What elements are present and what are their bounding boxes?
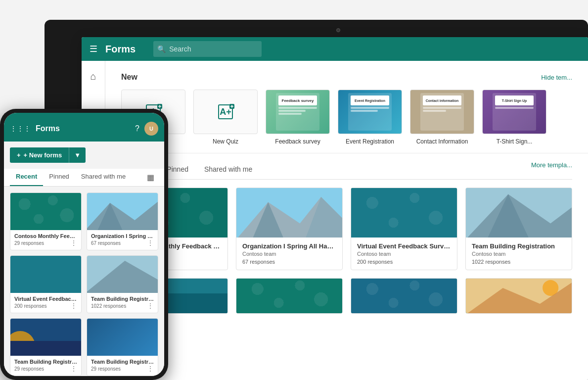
form-card-thumb-p4 [466, 279, 572, 313]
phone-new-forms-label: + New forms [24, 151, 62, 159]
new-section: New Hide tem... [105, 61, 588, 153]
phone-form-thumb-6 [87, 319, 158, 356]
event-registration-preview: Event Registration [338, 90, 402, 134]
phone-form-responses-6: 29 responses ⋮ [91, 365, 154, 373]
search-wrapper: 🔍 [153, 41, 351, 57]
new-section-header: New Hide tem... [121, 73, 572, 82]
hide-templates-button[interactable]: Hide tem... [541, 74, 572, 81]
sidebar-home-icon[interactable]: ⌂ [86, 67, 100, 86]
phone-tabs: Recent Pinned Shared with me ▦ [4, 169, 164, 187]
form-card-thumb-p3 [351, 279, 457, 313]
phone-form-more-2[interactable]: ⋮ [147, 239, 154, 247]
phone-grid-dots-icon[interactable]: ⋮⋮⋮ [10, 125, 31, 133]
phone-form-responses-3: 200 responses ⋮ [14, 302, 77, 310]
phone-help-icon[interactable]: ? [135, 124, 139, 133]
phone-form-card-6[interactable]: Team Building Registration 29 responses … [87, 318, 158, 376]
phone-form-thumb-4 [87, 256, 158, 293]
form-card-team-building[interactable]: Team Building Registration Contoso team … [465, 188, 572, 270]
new-quiz-template[interactable]: A+ New Quiz [193, 90, 258, 145]
phone-form-thumb-2 [87, 193, 158, 230]
form-card-virtual-event[interactable]: Virtual Event Feedback Survey 2020 Conto… [351, 188, 457, 270]
phone-form-more-1[interactable]: ⋮ [70, 239, 77, 247]
phone-app-title: Forms [36, 124, 130, 133]
phone-form-responses-2: 67 responses ⋮ [91, 239, 154, 247]
phone-form-card-3[interactable]: Virtual Event Feedback sur... 200 respon… [10, 255, 82, 313]
form-card-info-3: Virtual Event Feedback Survey 2020 Conto… [351, 238, 457, 270]
phone-form-info-5: Team Building Registration 29 responses … [10, 356, 81, 376]
tshirt-template[interactable]: T-Shirt Sign Up T-Shirt Sign... [482, 90, 546, 145]
phone-form-title-5: Team Building Registration [14, 359, 77, 365]
form-card-title-3: Virtual Event Feedback Survey 2020 [357, 242, 451, 250]
desktop-header: ☰ Forms 🔍 [82, 37, 588, 61]
forms-grid: Contoso Monthly Feedback Survey Contoso … [121, 188, 572, 270]
phone-form-title-3: Virtual Event Feedback sur... [14, 296, 77, 302]
event-registration-template[interactable]: Event Registration Event Registration [338, 90, 402, 145]
phone-form-info-2: Organization I Spring All... 67 response… [87, 230, 158, 250]
forms-tabs: Recent Pinned Shared with me More templa… [121, 161, 572, 180]
phone-form-info-3: Virtual Event Feedback sur... 200 respon… [10, 293, 81, 313]
phone-form-card-2[interactable]: Organization I Spring All... 67 response… [87, 192, 158, 250]
phone-screen: ⋮⋮⋮ Forms ? U + + New forms ▼ Recent Pin… [4, 113, 164, 376]
more-templates-link[interactable]: More templa... [531, 161, 572, 179]
phone-header: ⋮⋮⋮ Forms ? U [4, 116, 164, 142]
new-quiz-label: New Quiz [213, 138, 238, 145]
form-card-team-4: Contoso team [472, 251, 566, 257]
phone-body: + + New forms ▼ Recent Pinned Shared wit… [4, 142, 164, 376]
phone-tab-recent[interactable]: Recent [10, 169, 43, 186]
mobile-phone: ⋮⋮⋮ Forms ? U + + New forms ▼ Recent Pin… [0, 109, 168, 380]
form-card-org-spring[interactable]: Organization I Spring All Hands Feedback… [236, 188, 343, 270]
phone-form-thumb-1 [10, 193, 81, 230]
contact-info-preview: Contact information [410, 90, 474, 134]
phone-grid-view-icon[interactable]: ▦ [143, 169, 158, 186]
hamburger-icon[interactable]: ☰ [90, 44, 97, 54]
feedback-survey-label: Feedback survey [275, 138, 320, 145]
form-card-partial-2[interactable] [236, 278, 343, 314]
phone-tab-shared[interactable]: Shared with me [75, 169, 132, 186]
tshirt-label: T-Shirt Sign... [497, 138, 533, 145]
phone-form-more-5[interactable]: ⋮ [70, 365, 77, 373]
form-card-partial-3[interactable] [351, 278, 457, 314]
desktop-app-title: Forms [105, 44, 136, 55]
phone-form-info-4: Team Building Registration 1022 response… [87, 293, 158, 313]
phone-form-title-4: Team Building Registration [91, 296, 154, 302]
phone-form-info-6: Team Building Registration 29 responses … [87, 356, 158, 376]
phone-form-responses-1: 29 responses ⋮ [14, 239, 77, 247]
new-section-title: New [121, 73, 137, 82]
phone-form-card-1[interactable]: Contoso Monthly Feedback 29 responses ⋮ [10, 192, 82, 250]
tab-shared[interactable]: Shared with me [196, 161, 260, 179]
phone-form-thumb-5 [10, 319, 81, 356]
desktop-search-input[interactable] [153, 41, 262, 57]
phone-form-responses-4: 1022 responses ⋮ [91, 302, 154, 310]
phone-form-more-3[interactable]: ⋮ [70, 302, 77, 310]
phone-user-avatar[interactable]: U [144, 122, 158, 136]
phone-plus-icon: + [17, 151, 21, 159]
form-card-responses-3: 200 responses [357, 259, 451, 265]
svg-text:A+: A+ [220, 107, 231, 117]
form-card-title-4: Team Building Registration [472, 242, 566, 250]
laptop-camera [336, 28, 340, 32]
phone-new-btn-row: + + New forms ▼ [4, 142, 164, 169]
contact-info-label: Contact Information [416, 138, 468, 145]
form-card-responses-2: 67 responses [242, 259, 336, 265]
phone-form-info-1: Contoso Monthly Feedback 29 responses ⋮ [10, 230, 81, 250]
form-card-partial-4[interactable] [465, 278, 572, 314]
phone-form-card-5[interactable]: Team Building Registration 29 responses … [10, 318, 82, 376]
phone-form-more-6[interactable]: ⋮ [147, 365, 154, 373]
form-card-title-2: Organization I Spring All Hands Feedback [242, 242, 336, 250]
form-card-team-3: Contoso team [357, 251, 451, 257]
desktop-content: New Hide tem... [105, 61, 588, 380]
tshirt-preview: T-Shirt Sign Up [482, 90, 546, 134]
new-quiz-preview: A+ [193, 90, 258, 134]
feedback-survey-preview: Feedback survey [266, 90, 330, 134]
phone-form-card-4[interactable]: Team Building Registration 1022 response… [87, 255, 158, 313]
contact-info-template[interactable]: Contact information Contact Information [410, 90, 474, 145]
event-registration-label: Event Registration [346, 138, 394, 145]
phone-tab-pinned[interactable]: Pinned [43, 169, 75, 186]
form-card-thumb-3 [351, 188, 457, 238]
phone-new-dropdown-button[interactable]: ▼ [69, 147, 86, 163]
form-card-thumb-4 [466, 188, 572, 238]
forms-grid-row2 [121, 278, 572, 314]
phone-new-forms-button[interactable]: + + New forms [10, 147, 69, 163]
phone-form-more-4[interactable]: ⋮ [147, 302, 154, 310]
feedback-survey-template[interactable]: Feedback survey Feedback survey [266, 90, 330, 145]
